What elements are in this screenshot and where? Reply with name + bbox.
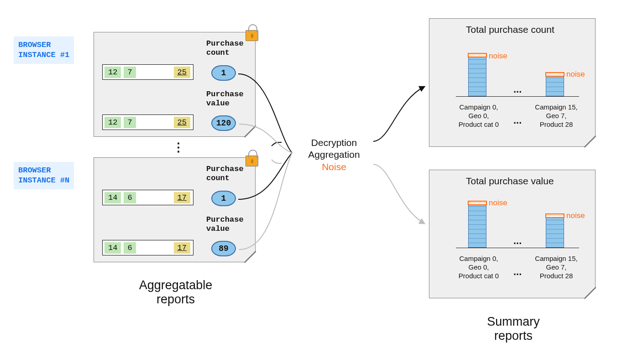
key-part-campaign: 14	[104, 192, 121, 203]
chart-key-right: Campaign 15,Geo 7,Product 28	[529, 255, 584, 280]
purchase-value-label: Purchasevalue	[206, 90, 244, 108]
key-part-geo: 6	[124, 242, 136, 254]
chart-bar	[546, 217, 564, 248]
horizontal-ellipsis-icon: ...	[513, 83, 522, 95]
process-decryption: Decryption	[298, 137, 371, 149]
key-row: 14 6 17	[102, 240, 193, 255]
chart-bar-noise	[545, 72, 564, 77]
noise-label: noise	[489, 52, 507, 61]
key-part-product: 25	[174, 117, 190, 128]
key-part-product: 17	[174, 242, 190, 254]
summary-title: Total purchase value	[466, 176, 554, 187]
key-row: 14 6 17	[102, 190, 193, 205]
purchase-count-label: Purchasecount	[206, 39, 244, 57]
lock-icon	[246, 156, 258, 166]
key-part-geo: 6	[124, 192, 136, 203]
purchase-count-value: 1	[211, 191, 236, 206]
key-part-product: 25	[174, 67, 190, 78]
lock-icon	[246, 30, 258, 41]
aggregatable-reports-caption: Aggregatablereports	[123, 278, 228, 307]
purchase-count-label: Purchasecount	[206, 165, 244, 182]
process-labels: Decryption Aggregation Noise	[298, 137, 371, 173]
summary-card-count: Total purchase count noise noise ... Cam…	[429, 18, 596, 147]
key-part-campaign: 14	[104, 242, 121, 254]
purchase-value-value: 89	[211, 241, 236, 256]
browser-tag-n: BROWSERINSTANCE #N	[14, 162, 74, 189]
key-part-product: 17	[174, 192, 190, 203]
summary-card-value: Total purchase value noise noise ... Cam…	[429, 170, 596, 298]
purchase-value-label: Purchasevalue	[206, 215, 244, 233]
process-aggregation: Aggregation	[298, 149, 371, 161]
noise-label: noise	[489, 198, 507, 208]
chart-bar	[468, 204, 486, 248]
summary-title: Total purchase count	[466, 24, 554, 35]
chart-key-right: Campaign 15,Geo 7,Product 28	[529, 103, 584, 129]
chart-bar	[468, 56, 486, 96]
noise-label: noise	[566, 70, 585, 79]
vertical-ellipsis-icon: ⋮	[172, 146, 184, 149]
key-row: 12 7 25	[102, 64, 193, 80]
chart-bar-noise	[468, 201, 487, 205]
horizontal-ellipsis-icon: ...	[513, 266, 522, 278]
chart-key-left: Campaign 0,Geo 0,Product cat 0	[451, 103, 506, 129]
chart-bar	[546, 75, 564, 96]
key-part-campaign: 12	[104, 117, 121, 128]
chart-key-left: Campaign 0,Geo 0,Product cat 0	[451, 255, 506, 280]
aggregatable-card-n: 14 6 17 14 6 17 Purchasecount 1 Purchase…	[94, 157, 256, 262]
purchase-count-value: 1	[211, 65, 236, 81]
purchase-value-value: 120	[211, 115, 236, 131]
browser-tag-1: BROWSERINSTANCE #1	[14, 36, 74, 64]
key-part-geo: 7	[124, 117, 136, 128]
aggregatable-card-1: 12 7 25 12 7 25 Purchasecount 1 Purchase…	[94, 32, 256, 137]
horizontal-ellipsis-icon: ...	[513, 235, 522, 247]
horizontal-ellipsis-icon: ...	[513, 114, 522, 126]
key-part-campaign: 12	[104, 67, 121, 78]
process-noise: Noise	[298, 161, 371, 173]
key-row: 12 7 25	[102, 114, 193, 130]
key-part-geo: 7	[124, 67, 136, 78]
chart-bar-noise	[468, 53, 487, 57]
chart-bar-noise	[545, 213, 564, 218]
summary-reports-caption: Summaryreports	[465, 315, 561, 343]
noise-label: noise	[566, 211, 585, 220]
